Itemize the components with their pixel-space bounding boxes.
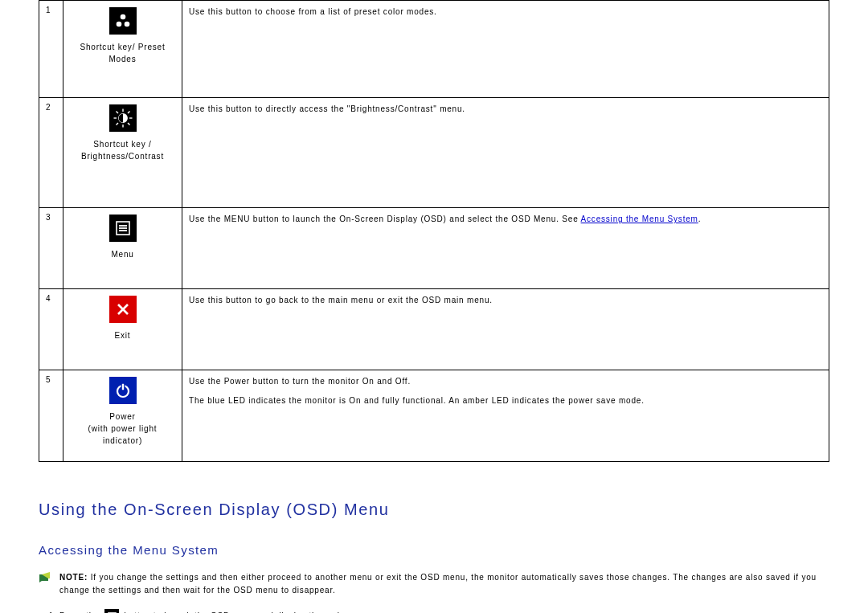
table-row: 4 Exit Use this button to go back to the… bbox=[39, 289, 829, 370]
icon-label: Shortcut key / Brightness/Contrast bbox=[70, 138, 175, 162]
desc-pre: Use the MENU button to launch the On-Scr… bbox=[189, 215, 581, 223]
svg-line-9 bbox=[128, 123, 130, 125]
table-row: 5 Power (with power light indicator) Use… bbox=[39, 370, 829, 462]
desc-line-b: The blue LED indicates the monitor is On… bbox=[189, 394, 822, 407]
desc-post: . bbox=[698, 215, 702, 223]
controls-table: 1 Shortcut key/ Preset Modes Use this bu… bbox=[39, 0, 829, 462]
row-description: Use the MENU button to launch the On-Scr… bbox=[182, 208, 829, 289]
menu-icon-inline bbox=[104, 609, 119, 613]
power-icon bbox=[109, 377, 137, 404]
subsection-heading-accessing: Accessing the Menu System bbox=[39, 543, 829, 557]
note-text: NOTE: If you change the settings and the… bbox=[59, 571, 829, 596]
svg-line-8 bbox=[116, 112, 118, 114]
brightness-contrast-icon bbox=[109, 104, 137, 132]
row-number: 3 bbox=[39, 208, 63, 289]
row-number: 2 bbox=[39, 98, 63, 208]
section-heading-osd: Using the On-Screen Display (OSD) Menu bbox=[39, 501, 829, 519]
desc-line-a: Use the Power button to turn the monitor… bbox=[189, 375, 822, 388]
icon-cell: Power (with power light indicator) bbox=[63, 370, 182, 462]
step-1: Press the button to launch the OSD menu … bbox=[59, 609, 829, 613]
icon-cell: Shortcut key/ Preset Modes bbox=[63, 1, 182, 98]
row-description: Use this button to choose from a list of… bbox=[182, 1, 829, 98]
svg-line-11 bbox=[116, 123, 118, 125]
row-description: Use the Power button to turn the monitor… bbox=[182, 370, 829, 462]
menu-icon bbox=[109, 215, 137, 242]
icon-cell: Exit bbox=[63, 289, 182, 370]
accessing-menu-link[interactable]: Accessing the Menu System bbox=[581, 215, 698, 223]
icon-label: Shortcut key/ Preset Modes bbox=[70, 41, 175, 65]
row-number: 5 bbox=[39, 370, 63, 462]
note-block: NOTE: If you change the settings and the… bbox=[39, 571, 829, 596]
note-label: NOTE: bbox=[59, 573, 88, 582]
note-body: If you change the settings and then eith… bbox=[59, 573, 817, 595]
svg-line-10 bbox=[128, 112, 130, 114]
svg-point-0 bbox=[120, 14, 125, 20]
icon-label: Power (with power light indicator) bbox=[70, 411, 175, 447]
preset-modes-icon bbox=[109, 7, 137, 35]
icon-label: Exit bbox=[70, 329, 175, 341]
icon-label: Menu bbox=[70, 248, 175, 260]
table-row: 1 Shortcut key/ Preset Modes Use this bu… bbox=[39, 1, 829, 98]
exit-icon bbox=[109, 296, 137, 323]
table-row: 3 Menu Use the MENU button to launch the… bbox=[39, 208, 829, 289]
icon-cell: Menu bbox=[63, 208, 182, 289]
note-icon bbox=[39, 572, 51, 587]
row-number: 1 bbox=[39, 1, 63, 98]
row-description: Use this button to directly access the "… bbox=[182, 98, 829, 208]
table-row: 2 bbox=[39, 98, 829, 208]
row-number: 4 bbox=[39, 289, 63, 370]
steps-list: Press the button to launch the OSD menu … bbox=[59, 609, 829, 613]
svg-point-1 bbox=[116, 22, 121, 27]
svg-point-2 bbox=[124, 22, 129, 27]
row-description: Use this button to go back to the main m… bbox=[182, 289, 829, 370]
icon-cell: Shortcut key / Brightness/Contrast bbox=[63, 98, 182, 208]
